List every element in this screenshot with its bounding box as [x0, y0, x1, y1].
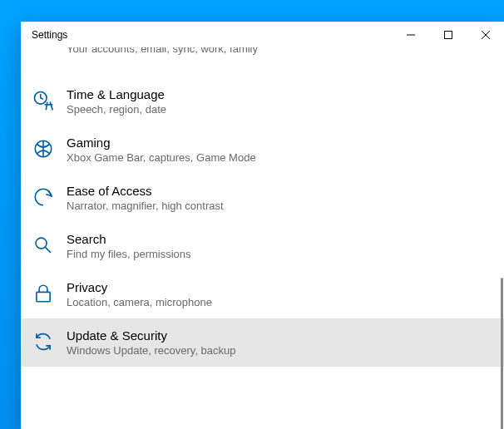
category-title: Ease of Access	[67, 184, 224, 198]
category-ease-of-access[interactable]: Ease of Access Narrator, magnifier, high…	[22, 174, 504, 222]
titlebar: Settings	[22, 22, 504, 47]
settings-window: Settings Your accounts, email, sync, wor…	[21, 22, 504, 429]
category-update-security[interactable]: Update & Security Windows Update, recove…	[22, 318, 504, 367]
category-subtitle: Your accounts, email, sync, work, family	[67, 47, 258, 55]
time-language-icon	[32, 89, 55, 112]
category-title: Time & Language	[67, 87, 166, 101]
category-text: Search Find my files, permissions	[67, 232, 191, 260]
category-search[interactable]: Search Find my files, permissions	[22, 222, 504, 270]
minimize-button[interactable]	[392, 22, 429, 47]
category-list[interactable]: Your accounts, email, sync, work, family…	[22, 47, 504, 429]
category-privacy[interactable]: Privacy Location, camera, microphone	[22, 270, 504, 318]
close-button[interactable]	[467, 22, 504, 47]
update-security-icon	[32, 330, 55, 353]
privacy-icon	[32, 282, 55, 305]
category-text: Gaming Xbox Game Bar, captures, Game Mod…	[67, 136, 256, 164]
window-buttons	[392, 22, 504, 47]
svg-rect-4	[37, 292, 50, 301]
category-text: Ease of Access Narrator, magnifier, high…	[67, 184, 224, 212]
category-title: Gaming	[67, 136, 256, 150]
category-subtitle: Location, camera, microphone	[67, 296, 212, 308]
category-subtitle: Speech, region, date	[67, 103, 166, 116]
category-title: Search	[67, 232, 191, 246]
category-time-language[interactable]: Time & Language Speech, region, date	[22, 77, 504, 126]
category-text: Privacy Location, camera, microphone	[67, 280, 212, 308]
category-subtitle: Find my files, permissions	[67, 248, 191, 260]
category-accounts[interactable]: Your accounts, email, sync, work, family	[22, 47, 504, 77]
category-subtitle: Windows Update, recovery, backup	[67, 344, 236, 357]
category-title: Update & Security	[67, 328, 236, 343]
category-subtitle: Narrator, magnifier, high contrast	[67, 200, 224, 212]
category-text: Time & Language Speech, region, date	[67, 87, 166, 116]
category-text: Update & Security Windows Update, recove…	[67, 328, 236, 357]
category-gaming[interactable]: Gaming Xbox Game Bar, captures, Game Mod…	[22, 126, 504, 174]
search-icon	[32, 234, 55, 257]
category-text: Your accounts, email, sync, work, family	[67, 47, 258, 55]
svg-point-3	[36, 238, 47, 249]
ease-of-access-icon	[32, 185, 55, 209]
scrollbar-thumb[interactable]	[501, 278, 503, 429]
settings-categories: Your accounts, email, sync, work, family…	[22, 47, 504, 429]
svg-rect-0	[444, 32, 452, 39]
category-title: Privacy	[67, 280, 212, 294]
category-subtitle: Xbox Game Bar, captures, Game Mode	[67, 151, 256, 164]
maximize-button[interactable]	[429, 22, 467, 47]
gaming-icon	[32, 137, 55, 160]
window-title: Settings	[22, 29, 67, 41]
